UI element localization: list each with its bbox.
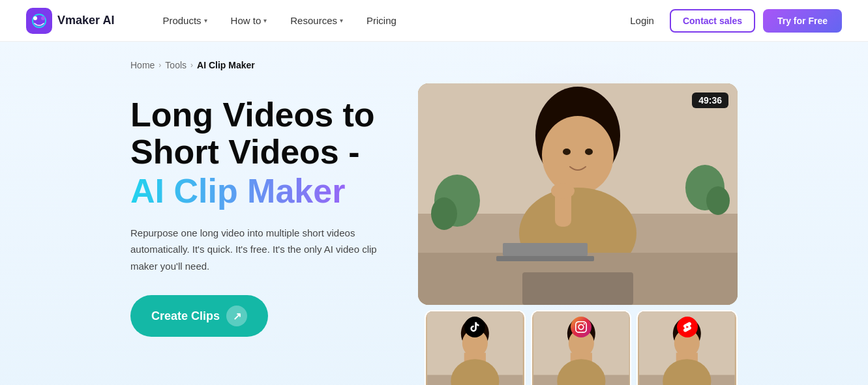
svg-point-8 <box>431 197 457 230</box>
main-video-preview: 49:36 <box>418 83 738 305</box>
svg-point-18 <box>585 149 593 155</box>
clips-row: 00:10 <box>418 310 738 385</box>
svg-rect-38 <box>559 381 603 385</box>
products-chevron-icon: ▾ <box>204 17 207 24</box>
svg-rect-30 <box>453 381 497 385</box>
svg-rect-46 <box>665 381 710 385</box>
breadcrumb-current: AI Clip Maker <box>197 60 255 70</box>
nav-products[interactable]: Products ▾ <box>153 10 216 31</box>
try-free-button[interactable]: Try for Free <box>763 9 842 33</box>
svg-rect-22 <box>522 272 633 305</box>
nav-pricing[interactable]: Pricing <box>357 10 406 31</box>
svg-point-10 <box>706 186 730 215</box>
nav-actions: Login Contact sales Try for Free <box>622 9 842 33</box>
breadcrumb-sep-2: › <box>190 61 193 70</box>
hero-right: 49:36 <box>418 83 738 385</box>
svg-point-17 <box>563 149 571 155</box>
breadcrumb-sep-1: › <box>158 61 161 70</box>
create-clips-button[interactable]: Create Clips ↗ <box>130 295 268 337</box>
svg-rect-21 <box>496 256 594 261</box>
breadcrumb: Home › Tools › AI Clip Maker <box>52 42 816 83</box>
clip-card-instagram: 00:30 <box>531 310 632 385</box>
resources-chevron-icon: ▾ <box>340 17 343 24</box>
hero-title-gradient: AI Clip Maker <box>130 171 379 211</box>
logo-link[interactable]: Vmaker AI <box>26 8 114 34</box>
hero-left: Long Videos to Short Videos - AI Clip Ma… <box>130 83 379 337</box>
video-background-svg <box>418 83 738 305</box>
svg-point-2 <box>33 16 37 20</box>
logo-icon <box>26 8 52 34</box>
svg-point-3 <box>41 16 45 20</box>
instagram-icon <box>571 317 591 337</box>
main-content: Home › Tools › AI Clip Maker Long Videos… <box>0 42 868 385</box>
contact-sales-button[interactable]: Contact sales <box>670 9 755 33</box>
video-main-timestamp: 49:36 <box>692 93 728 108</box>
svg-rect-20 <box>503 243 588 256</box>
nav-links: Products ▾ How to ▾ Resources ▾ Pricing <box>153 10 622 31</box>
hero-title: Long Videos to Short Videos - AI Clip Ma… <box>130 96 379 212</box>
clip-card-tiktok: 00:10 <box>425 310 526 385</box>
howto-chevron-icon: ▾ <box>263 17 267 24</box>
hero-description: Repurpose one long video into multiple s… <box>130 225 379 275</box>
create-clips-arrow-icon: ↗ <box>226 306 247 326</box>
shorts-icon <box>677 317 698 337</box>
tiktok-icon <box>464 317 485 337</box>
svg-point-16 <box>551 183 575 199</box>
nav-howto[interactable]: How to ▾ <box>222 10 277 31</box>
hero-section: Long Videos to Short Videos - AI Clip Ma… <box>52 83 816 385</box>
svg-rect-0 <box>26 8 52 34</box>
navbar: Vmaker AI Products ▾ How to ▾ Resources … <box>0 0 868 42</box>
login-button[interactable]: Login <box>622 10 662 31</box>
clip-card-shorts: SUBSCRIBE TO CHANNEL 00:15 <box>636 310 738 385</box>
nav-resources[interactable]: Resources ▾ <box>281 10 352 31</box>
breadcrumb-tools[interactable]: Tools <box>165 60 187 70</box>
logo-text: Vmaker AI <box>57 14 114 27</box>
breadcrumb-home[interactable]: Home <box>130 60 155 70</box>
svg-point-12 <box>542 116 614 194</box>
